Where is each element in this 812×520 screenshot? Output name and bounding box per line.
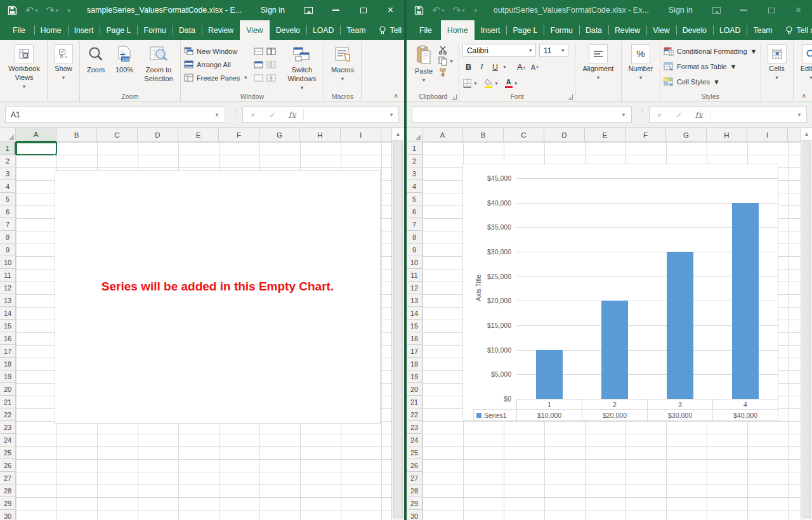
vertical-scrollbar-right[interactable]: ▲ — [801, 128, 812, 520]
ribbon-tab-page-l[interactable]: Page L — [506, 20, 544, 40]
ribbon-tab-home[interactable]: Home — [34, 20, 68, 40]
paste-button[interactable]: Paste ▼ — [411, 43, 436, 84]
row-header-28[interactable]: 28 — [0, 484, 16, 497]
row-header-18[interactable]: 18 — [0, 358, 16, 370]
row-header-5[interactable]: 5 — [407, 193, 422, 205]
row-header-17[interactable]: 17 — [0, 345, 16, 358]
row-header-14[interactable]: 14 — [0, 307, 16, 320]
ribbon-tab-view[interactable]: View — [646, 20, 676, 40]
save-icon[interactable] — [414, 6, 424, 15]
maximize-button[interactable] — [757, 0, 785, 20]
row-header-7[interactable]: 7 — [407, 218, 422, 231]
scrollbar-thumb[interactable] — [393, 141, 403, 518]
enter-formula-button[interactable]: ✓ — [669, 110, 689, 120]
sign-in-link[interactable]: Sign in — [251, 6, 295, 15]
column-header-C[interactable]: C — [504, 128, 544, 142]
row-header-20[interactable]: 20 — [0, 383, 16, 396]
formula-bar-grip[interactable]: ⋮ — [639, 110, 646, 113]
row-header-27[interactable]: 27 — [0, 472, 16, 484]
font-color-button[interactable]: A — [505, 79, 513, 88]
scrollbar-thumb[interactable] — [802, 141, 811, 518]
insert-function-button[interactable]: fx — [689, 110, 709, 120]
chart-bar[interactable] — [536, 350, 563, 399]
select-all-corner[interactable] — [0, 128, 16, 142]
zoom-100-button[interactable]: 100 100% — [110, 43, 138, 76]
column-header-E[interactable]: E — [178, 128, 219, 142]
fill-handle[interactable] — [55, 153, 58, 156]
column-header-B[interactable]: B — [463, 128, 504, 142]
font-size-select[interactable]: 11 ▼ — [539, 44, 568, 57]
column-header-B[interactable]: B — [56, 128, 97, 142]
ribbon-tab-review[interactable]: Review — [202, 20, 240, 40]
row-header-28[interactable]: 28 — [407, 484, 422, 497]
column-header-D[interactable]: D — [138, 128, 178, 142]
cancel-formula-button[interactable]: × — [650, 110, 669, 120]
arrange-all-button[interactable]: Arrange All — [184, 58, 248, 71]
undo-button[interactable]: ↶▾ — [432, 4, 444, 16]
italic-button[interactable]: I — [476, 60, 488, 74]
column-header-D[interactable]: D — [544, 128, 585, 142]
row-header-24[interactable]: 24 — [0, 434, 16, 446]
row-header-19[interactable]: 19 — [407, 370, 422, 383]
row-header-5[interactable]: 5 — [0, 193, 16, 205]
row-header-15[interactable]: 15 — [0, 320, 16, 332]
ribbon-tab-home[interactable]: Home — [441, 20, 475, 40]
hide-window-icon[interactable] — [254, 61, 263, 68]
row-header-2[interactable]: 2 — [407, 155, 422, 167]
tell-me-button[interactable]: Tell me — [372, 20, 404, 40]
row-header-3[interactable]: 3 — [0, 167, 16, 180]
column-header-H[interactable]: H — [707, 128, 747, 142]
font-name-select[interactable]: Calibri ▼ — [462, 44, 536, 57]
row-header-6[interactable]: 6 — [0, 205, 16, 218]
ribbon-tab-data[interactable]: Data — [579, 20, 608, 40]
collapse-ribbon-button[interactable]: ∧ — [394, 92, 398, 99]
column-header-E[interactable]: E — [585, 128, 625, 142]
row-header-25[interactable]: 25 — [407, 446, 422, 459]
cancel-formula-button[interactable]: × — [243, 110, 263, 120]
redo-button[interactable]: ↷▾ — [452, 4, 464, 16]
new-window-button[interactable]: New Window — [184, 44, 248, 58]
editing-button[interactable]: Editing ▼ — [797, 43, 812, 82]
column-header-H[interactable]: H — [300, 128, 341, 142]
copy-icon[interactable]: ▼ — [438, 56, 454, 66]
vertical-scrollbar-left[interactable]: ▲ — [391, 128, 404, 520]
view-side-by-side-icon[interactable] — [266, 48, 276, 55]
row-header-17[interactable]: 17 — [407, 345, 422, 358]
show-button[interactable]: Show ▼ — [51, 43, 76, 82]
row-header-10[interactable]: 10 — [0, 256, 16, 269]
scroll-up-icon[interactable]: ▲ — [801, 128, 812, 141]
ribbon-tab-team[interactable]: Team — [747, 20, 778, 40]
split-icon[interactable] — [254, 48, 263, 55]
name-box[interactable]: A1 ▼ — [5, 107, 225, 123]
row-header-30[interactable]: 30 — [0, 510, 16, 520]
ribbon-tab-file[interactable]: File — [4, 20, 34, 40]
underline-dropdown-icon[interactable]: ▼ — [502, 65, 507, 69]
column-header-F[interactable]: F — [625, 128, 666, 142]
row-header-10[interactable]: 10 — [407, 256, 422, 269]
row-header-29[interactable]: 29 — [0, 497, 16, 510]
ribbon-display-options-button[interactable] — [703, 0, 730, 20]
row-header-1[interactable]: 1 — [407, 142, 422, 155]
save-icon[interactable] — [8, 6, 17, 15]
clipboard-dialog-launcher-icon[interactable] — [452, 94, 457, 100]
macros-button[interactable]: Macros ▼ — [327, 43, 358, 83]
ribbon-tab-view[interactable]: View — [240, 20, 269, 40]
zoom-button[interactable]: Zoom — [83, 43, 108, 76]
row-header-27[interactable]: 27 — [407, 472, 422, 484]
row-header-12[interactable]: 12 — [0, 282, 16, 294]
row-header-25[interactable]: 25 — [0, 446, 16, 459]
grow-font-button[interactable]: A▲ — [516, 60, 528, 74]
row-header-23[interactable]: 23 — [407, 421, 422, 434]
number-button[interactable]: % Number ▼ — [625, 43, 657, 82]
ribbon-tab-insert[interactable]: Insert — [68, 20, 100, 40]
borders-icon[interactable] — [462, 79, 472, 88]
row-header-16[interactable]: 16 — [407, 332, 422, 345]
sign-in-link[interactable]: Sign in — [658, 6, 703, 15]
undo-button[interactable]: ↶▾ — [25, 4, 37, 16]
row-header-13[interactable]: 13 — [407, 294, 422, 307]
unhide-window-icon[interactable] — [254, 74, 263, 82]
borders-dropdown-icon[interactable]: ▼ — [473, 81, 478, 86]
row-header-13[interactable]: 13 — [0, 294, 16, 307]
row-header-2[interactable]: 2 — [0, 155, 16, 167]
format-painter-icon[interactable] — [438, 68, 454, 77]
